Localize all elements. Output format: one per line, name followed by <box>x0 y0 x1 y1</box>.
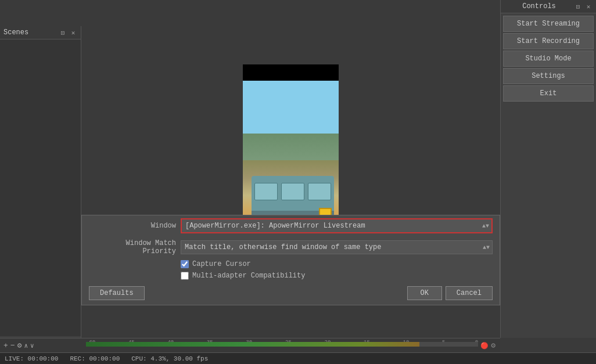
audio-tick-bar: -60 -45 -40 -35 -30 -25 -20 -15 -10 -5 0 <box>86 340 478 351</box>
multi-adapter-checkbox[interactable] <box>181 272 189 280</box>
train-windows <box>254 183 331 200</box>
dialog-capture-cursor-row: Capture Cursor <box>82 258 500 270</box>
scene-bottom-bar: + − ⚙ ∧ ∨ <box>0 338 81 352</box>
exit-button[interactable]: Exit <box>503 85 594 102</box>
status-bar: LIVE: 00:00:00 REC: 00:00:00 CPU: 4.3%, … <box>0 352 596 364</box>
scenes-float-icon[interactable]: ⊡ <box>59 28 67 37</box>
scenes-panel-icons: ⊡ ✕ <box>59 28 77 37</box>
controls-panel: Controls ⊡ ✕ Start Streaming Start Recor… <box>500 0 596 338</box>
scenes-panel: Scenes ⊡ ✕ <box>0 26 81 338</box>
dialog-match-select[interactable]: Match title, otherwise find window of sa… <box>181 241 492 254</box>
dialog-match-label: Window Match Priority <box>89 239 176 255</box>
audio-mute-icon[interactable]: 🔴 <box>480 342 489 349</box>
controls-panel-icons: ⊡ ✕ <box>574 2 593 10</box>
window-capture-dialog: Window [ApowerMirror.exe]: ApowerMirror … <box>81 215 500 305</box>
audio-settings-icon[interactable]: ⚙ <box>491 341 496 350</box>
defaults-button[interactable]: Defaults <box>89 286 145 300</box>
dialog-window-select[interactable]: [ApowerMirror.exe]: ApowerMirror Livestr… <box>182 219 491 232</box>
ok-button[interactable]: OK <box>407 286 442 300</box>
video-top-letterbox <box>243 64 339 81</box>
dialog-window-select-wrapper[interactable]: [ApowerMirror.exe]: ApowerMirror Livestr… <box>181 218 493 233</box>
controls-float-icon[interactable]: ⊡ <box>574 2 582 10</box>
live-status: LIVE: 00:00:00 <box>5 355 58 362</box>
scenes-close-icon[interactable]: ✕ <box>69 28 77 37</box>
controls-buttons: Start Streaming Start Recording Studio M… <box>501 13 596 104</box>
scenes-list <box>0 39 81 336</box>
dialog-footer: Defaults OK Cancel <box>82 282 500 305</box>
audio-mixer: -60 -45 -40 -35 -30 -25 -20 -15 -10 -5 0… <box>81 338 500 352</box>
add-scene-icon[interactable]: + <box>3 341 8 350</box>
train-window-1 <box>254 183 278 200</box>
start-streaming-button[interactable]: Start Streaming <box>503 16 594 32</box>
dialog-match-row: Window Match Priority Match title, other… <box>82 236 500 258</box>
dialog-footer-right: OK Cancel <box>407 286 493 300</box>
controls-panel-title: Controls <box>504 2 574 10</box>
cancel-button[interactable]: Cancel <box>446 286 493 300</box>
dialog-multi-adapter-row: Multi-adapter Compatibility <box>82 270 500 282</box>
scene-up-icon[interactable]: ∧ <box>24 342 28 349</box>
remove-scene-icon[interactable]: − <box>10 341 15 350</box>
audio-level-bar <box>86 342 478 347</box>
rec-status: REC: 00:00:00 <box>70 355 120 362</box>
audio-slider-container: -60 -45 -40 -35 -30 -25 -20 -15 -10 -5 0… <box>86 340 496 351</box>
multi-adapter-label[interactable]: Multi-adapter Compatibility <box>192 272 305 280</box>
cpu-status: CPU: 4.3%, 30.00 fps <box>131 355 208 362</box>
scene-down-icon[interactable]: ∨ <box>30 342 34 349</box>
capture-cursor-label[interactable]: Capture Cursor <box>192 260 251 268</box>
settings-button[interactable]: Settings <box>503 68 594 84</box>
scenes-panel-title: Scenes <box>3 28 28 37</box>
settings-scene-icon[interactable]: ⚙ <box>17 341 22 350</box>
scenes-panel-header: Scenes ⊡ ✕ <box>0 26 81 39</box>
capture-cursor-checkbox[interactable] <box>181 260 189 268</box>
dialog-window-label: Window <box>89 222 176 230</box>
controls-close-icon[interactable]: ✕ <box>584 2 593 10</box>
train-window-2 <box>281 183 304 200</box>
studio-mode-button[interactable]: Studio Mode <box>503 51 594 67</box>
dialog-window-row: Window [ApowerMirror.exe]: ApowerMirror … <box>82 215 500 236</box>
controls-panel-header: Controls ⊡ ✕ <box>501 0 596 13</box>
train-window-3 <box>308 183 331 200</box>
start-recording-button[interactable]: Start Recording <box>503 33 594 49</box>
dialog-match-select-wrapper[interactable]: Match title, otherwise find window of sa… <box>181 240 493 254</box>
